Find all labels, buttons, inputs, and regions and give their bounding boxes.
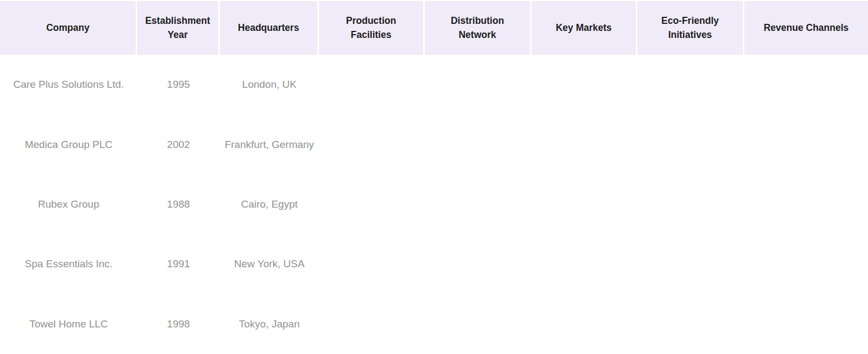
cell-establishment-year: 1991 [137, 234, 220, 294]
cell-company: Towel Home LLC [0, 294, 137, 354]
table-row: Towel Home LLC 1998 Tokyo, Japan [0, 294, 868, 354]
cell-distribution-network [425, 114, 532, 174]
cell-eco-friendly-initiatives [637, 114, 744, 174]
cell-key-markets [532, 175, 637, 234]
cell-key-markets [532, 294, 637, 354]
cell-production-facilities [319, 234, 425, 294]
cell-distribution-network [425, 294, 532, 354]
cell-headquarters: Tokyo, Japan [220, 294, 319, 354]
table-row: Medica Group PLC 2002 Frankfurt, Germany [0, 114, 868, 174]
cell-key-markets [532, 114, 637, 174]
cell-headquarters: Cairo, Egypt [220, 175, 319, 234]
cell-revenue-channels [744, 175, 868, 234]
header-cell-key-markets: Key Markets [532, 0, 637, 55]
header-cell-revenue-channels: Revenue Channels [744, 0, 868, 55]
cell-production-facilities [319, 55, 425, 114]
cell-distribution-network [425, 234, 532, 294]
header-cell-distribution-network: Distribution Network [425, 0, 532, 55]
cell-distribution-network [425, 175, 532, 234]
cell-establishment-year: 1998 [137, 294, 220, 354]
header-cell-production-facilities: Production Facilities [319, 0, 425, 55]
companies-table: Company Establishment Year Headquarters … [0, 0, 868, 354]
cell-distribution-network [425, 55, 532, 114]
table-header-row: Company Establishment Year Headquarters … [0, 0, 868, 55]
table-row: Rubex Group 1988 Cairo, Egypt [0, 175, 868, 234]
cell-key-markets [532, 234, 637, 294]
cell-headquarters: Frankfurt, Germany [220, 114, 319, 174]
cell-establishment-year: 2002 [137, 114, 220, 174]
companies-table-screen: Company Establishment Year Headquarters … [0, 0, 868, 354]
header-cell-establishment-year: Establishment Year [137, 0, 220, 55]
cell-establishment-year: 1995 [137, 55, 220, 114]
cell-production-facilities [319, 294, 425, 354]
header-cell-eco-friendly-initiatives: Eco-Friendly Initiatives [637, 0, 744, 55]
cell-company: Rubex Group [0, 175, 137, 234]
cell-company: Spa Essentials Inc. [0, 234, 137, 294]
cell-eco-friendly-initiatives [637, 294, 744, 354]
header-cell-company: Company [0, 0, 137, 55]
cell-revenue-channels [744, 114, 868, 174]
header-cell-headquarters: Headquarters [220, 0, 319, 55]
cell-company: Medica Group PLC [0, 114, 137, 174]
cell-headquarters: New York, USA [220, 234, 319, 294]
cell-eco-friendly-initiatives [637, 234, 744, 294]
cell-eco-friendly-initiatives [637, 175, 744, 234]
cell-company: Care Plus Solutions Ltd. [0, 55, 137, 114]
cell-production-facilities [319, 114, 425, 174]
cell-revenue-channels [744, 55, 868, 114]
cell-revenue-channels [744, 234, 868, 294]
cell-establishment-year: 1988 [137, 175, 220, 234]
cell-revenue-channels [744, 294, 868, 354]
table-row: Care Plus Solutions Ltd. 1995 London, UK [0, 55, 868, 114]
cell-key-markets [532, 55, 637, 114]
cell-headquarters: London, UK [220, 55, 319, 114]
table-row: Spa Essentials Inc. 1991 New York, USA [0, 234, 868, 294]
cell-production-facilities [319, 175, 425, 234]
cell-eco-friendly-initiatives [637, 55, 744, 114]
